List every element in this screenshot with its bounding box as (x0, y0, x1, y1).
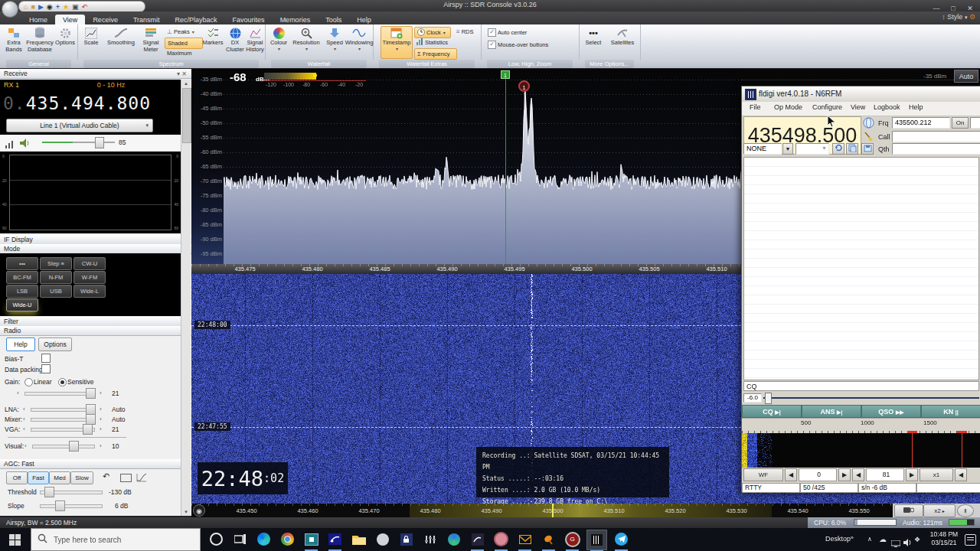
vac-app-icon[interactable]: G (563, 530, 582, 549)
satellite-tracker-icon[interactable] (468, 530, 487, 549)
panel-header-icons[interactable]: ▾ ✕ (177, 69, 187, 79)
menu-logbook[interactable]: Logbook (874, 103, 900, 111)
spinner-right-icon[interactable]: › (100, 442, 102, 449)
fldigi-globe-icon[interactable] (863, 117, 875, 129)
dish-app-icon[interactable] (539, 530, 558, 549)
slope-slider-thumb[interactable] (55, 500, 65, 511)
macro-ans-button[interactable]: ANS ▶| (802, 405, 861, 418)
agc-section[interactable]: AGC: Fast▴ (0, 459, 191, 469)
receive-panel-header[interactable]: Receive ▾ ✕ (0, 69, 191, 79)
spinner-left-icon[interactable]: ‹ (23, 406, 25, 412)
volume-slider-thumb[interactable] (95, 137, 104, 148)
left-arrow-icon[interactable]: ◀ (785, 468, 797, 481)
auto-center-checkbox[interactable]: ✓ Auto center (485, 28, 529, 37)
speaker-icon[interactable] (20, 137, 31, 151)
menu-op-mode[interactable]: Op Mode (774, 103, 802, 111)
signal-meter-button[interactable]: Signal Meter (139, 27, 163, 53)
right-arrow-icon[interactable]: ▶ (906, 468, 918, 481)
wf-mode-button[interactable]: WF (743, 468, 783, 481)
speed-button[interactable]: Speed (323, 27, 346, 52)
start-button[interactable] (9, 534, 21, 549)
visual-slider-thumb[interactable] (69, 441, 79, 452)
pause-circle-icon[interactable]: ‖ (957, 504, 974, 517)
desktop-tray-label[interactable]: Desktop» (825, 535, 854, 543)
vga-slider-thumb[interactable] (83, 424, 93, 435)
options-button[interactable]: Options (54, 27, 76, 47)
window-mini-icon[interactable] (120, 474, 132, 482)
favourite-icon[interactable]: ★ (63, 3, 69, 11)
spinner-left-icon[interactable]: ‹ (17, 390, 19, 396)
clock-button[interactable]: Clock (414, 27, 451, 38)
help-button[interactable]: Help (6, 337, 35, 351)
extra-field[interactable] (970, 117, 980, 129)
wf-offset-field[interactable]: 0 (799, 468, 837, 481)
frq-field[interactable]: 435500.212 (892, 117, 950, 129)
call-field[interactable] (892, 131, 980, 142)
menu-file[interactable]: File (750, 103, 761, 111)
volume-tray-icon[interactable] (903, 536, 912, 549)
right-arrow-icon[interactable]: ▶ (838, 468, 851, 481)
spinner-right-icon[interactable]: › (100, 416, 102, 422)
notification-center-icon[interactable] (965, 534, 976, 546)
options-button-radio[interactable]: Options (38, 337, 72, 351)
equalizer-icon[interactable] (5, 138, 15, 152)
home-icon[interactable]: ⌂ (24, 3, 28, 11)
audio-output-button[interactable] (894, 504, 923, 517)
select-button[interactable]: ••• Select (582, 27, 605, 47)
mode-usb-button[interactable]: USB (40, 285, 72, 298)
left-arrow-icon[interactable]: ◀ (955, 468, 967, 481)
menu-configure[interactable]: Configure (812, 103, 842, 111)
tuned-frequency-line[interactable] (505, 72, 506, 264)
green-marker[interactable]: 1 (501, 70, 510, 79)
scale-button[interactable]: Scale (79, 27, 103, 47)
record-icon[interactable]: ◉ (193, 504, 205, 517)
macro-cq-button[interactable]: CQ ▶| (742, 405, 802, 418)
search-input[interactable]: Type here to search (31, 528, 201, 551)
undo-icon[interactable]: ↶ (103, 471, 109, 481)
mode-bc-fm-button[interactable]: BC-FM (6, 271, 38, 284)
spinner-left-icon[interactable]: ‹ (23, 425, 25, 432)
fldigi-broom-icon[interactable] (863, 131, 875, 142)
radio-section[interactable]: Radio▴ (0, 326, 191, 336)
cortana-icon[interactable] (207, 530, 226, 549)
globe-app-icon[interactable] (444, 530, 463, 549)
frequency-database-button[interactable]: Frequency Database (25, 27, 54, 53)
agc-off-button[interactable]: Off (6, 471, 28, 484)
rf-ring-icon[interactable] (492, 530, 511, 549)
peaks-button[interactable]: ⊥ Peaks (165, 27, 201, 37)
add-icon[interactable]: + (56, 3, 60, 11)
mode-w-fm-button[interactable]: W-FM (74, 271, 106, 284)
secondary-select[interactable]: ▼ (795, 143, 829, 155)
menu-view[interactable]: View (851, 103, 865, 111)
band-navigation-scale[interactable]: ◉ 435.450 435.460 435.470 435.480 435.49… (191, 504, 980, 517)
mode-step-button[interactable]: Step ≡ (40, 257, 72, 270)
scroll-up-icon[interactable]: ▲ (181, 80, 191, 87)
lna-slider-thumb[interactable] (86, 404, 96, 415)
mixer-slider-thumb[interactable] (86, 414, 96, 425)
mixer-app-icon[interactable] (420, 530, 439, 549)
copy-icon[interactable] (846, 143, 858, 155)
mode-wide-u-button[interactable]: Wide-U (6, 298, 38, 311)
edge-icon[interactable] (254, 530, 273, 549)
scrollbar-thumb[interactable] (182, 88, 191, 143)
lock-app-icon[interactable] (397, 530, 416, 549)
satellites-button[interactable]: Satellites (608, 27, 637, 47)
left-arrow-icon[interactable]: ◀ (852, 468, 864, 481)
spinner-right-icon[interactable]: › (100, 390, 102, 396)
panel-scrollbar[interactable]: ▲ ▼ (181, 80, 191, 516)
maximum-button[interactable]: Maximum (165, 48, 204, 58)
auto-scale-button[interactable]: Auto (954, 70, 978, 83)
threshold-slider-thumb[interactable] (44, 487, 54, 497)
audio-device-dropdown[interactable]: Line 1 (Virtual Audio Cable) ▾ (6, 119, 153, 132)
tray-expand-icon[interactable]: ∧ (867, 536, 872, 543)
zoom-band-highlight[interactable] (410, 504, 772, 517)
chrome-icon[interactable] (278, 530, 297, 549)
statistics-button[interactable]: Statistics (414, 37, 456, 47)
file-explorer-icon[interactable] (349, 530, 368, 549)
onedrive-cloud-icon[interactable]: ☁ (879, 535, 887, 543)
mode-select[interactable]: NONE (743, 143, 782, 155)
on-button[interactable]: On (952, 117, 969, 129)
rds-button[interactable]: ≡ RDS (454, 27, 482, 37)
app-menu-orb[interactable] (2, 1, 18, 18)
spinner-left-icon[interactable]: ‹ (23, 416, 25, 422)
